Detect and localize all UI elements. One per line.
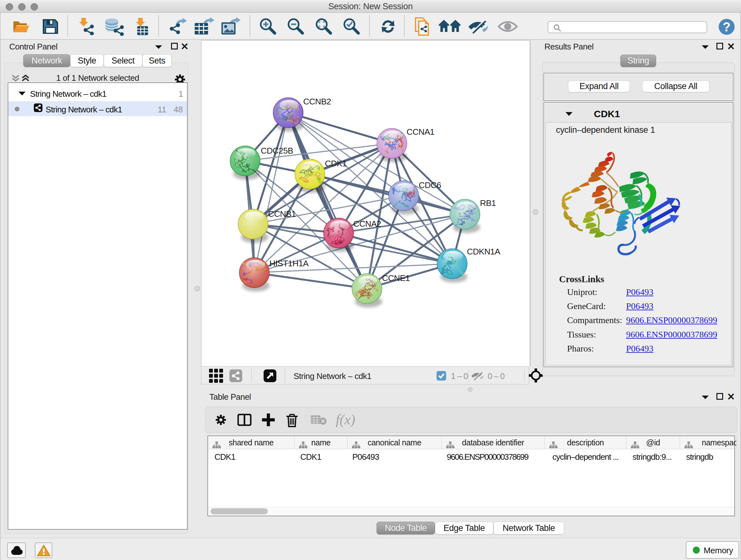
svg-text:?: ? (723, 20, 731, 34)
svg-text:RB1: RB1 (480, 198, 496, 208)
svg-text:CDC6: CDC6 (419, 180, 441, 190)
svg-text:CDC25B: CDC25B (261, 146, 293, 155)
svg-text:CCNE1: CCNE1 (382, 273, 410, 283)
svg-text:CDK1: CDK1 (325, 159, 347, 168)
svg-text:CCNB1: CCNB1 (268, 209, 296, 219)
svg-text:CCNA1: CCNA1 (407, 127, 434, 137)
svg-text:CCNB2: CCNB2 (303, 97, 331, 106)
svg-text:CCNA2: CCNA2 (353, 219, 381, 229)
svg-text:HIST1H1A: HIST1H1A (269, 259, 309, 268)
svg-text:CDKN1A: CDKN1A (467, 247, 500, 256)
